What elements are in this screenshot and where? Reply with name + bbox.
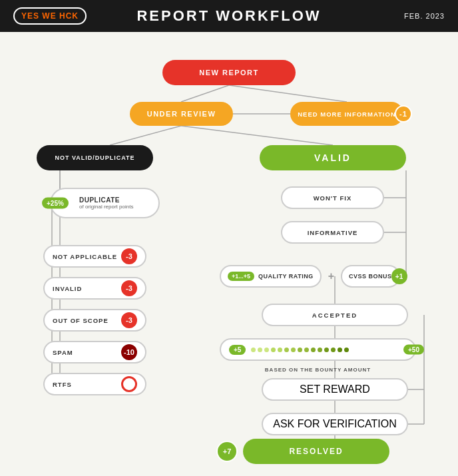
plus-separator: + bbox=[328, 270, 334, 282]
svg-line-2 bbox=[110, 126, 181, 145]
set-reward-node: SET REWARD bbox=[262, 378, 408, 401]
bounty-dot bbox=[258, 348, 262, 352]
logo-text: YES WE H bbox=[21, 11, 66, 21]
need-more-info-label: NEED MORE INFORMATION bbox=[298, 111, 396, 118]
duplicate-main-label: DUPLICATE bbox=[79, 196, 133, 204]
need-more-info-node: NEED MORE INFORMATION -1 bbox=[290, 102, 403, 126]
out-of-scope-node: OUT OF SCOPE -3 bbox=[43, 309, 146, 332]
set-reward-label: SET REWARD bbox=[300, 383, 370, 395]
out-of-scope-badge: -3 bbox=[121, 312, 137, 328]
bounty-dot bbox=[318, 348, 322, 352]
page-title: REPORT WORKFLOW bbox=[136, 7, 321, 25]
bounty-dot bbox=[324, 348, 329, 352]
informative-node: INFORMATIVE bbox=[281, 221, 384, 244]
header-date: FEB. 2023 bbox=[404, 12, 445, 20]
invalid-badge: -3 bbox=[121, 280, 137, 296]
bounty-dot bbox=[251, 348, 256, 352]
quality-badge: +1...+5 bbox=[228, 272, 254, 281]
cvss-bonus-node: CVSS BONUS +1 bbox=[341, 265, 400, 288]
bounty-dot bbox=[344, 348, 349, 352]
svg-line-0 bbox=[181, 85, 229, 102]
bounty-right-badge: +50 bbox=[403, 345, 424, 355]
bounty-dot bbox=[331, 348, 336, 352]
workflow-canvas: NEW REPORT UNDER REVIEW NEED MORE INFORM… bbox=[0, 32, 458, 476]
bounty-node: +5 +50 BASED ON THE BOUNTY AMOUNT bbox=[220, 338, 416, 374]
informative-label: INFORMATIVE bbox=[308, 229, 358, 236]
not-applicable-node: NOT APPLICABLE -3 bbox=[43, 245, 146, 268]
not-applicable-label: NOT APPLICABLE bbox=[53, 253, 117, 260]
rtfs-node: RTFS bbox=[43, 373, 146, 395]
not-valid-label: NOT VALID/DUPLICATE bbox=[55, 154, 134, 161]
bounty-group: +5 +50 bbox=[220, 338, 416, 361]
spam-badge: -10 bbox=[121, 344, 137, 360]
logo-hack: CK bbox=[66, 11, 79, 21]
ask-verify-node: ASK FOR VERIFICATION bbox=[262, 413, 408, 435]
bounty-text-label: BASED ON THE BOUNTY AMOUNT bbox=[265, 367, 371, 373]
svg-line-3 bbox=[181, 126, 333, 145]
duplicate-node-wrap: +25% DUPLICATE of original report points bbox=[50, 188, 160, 218]
need-more-badge: -1 bbox=[395, 105, 412, 122]
spam-node: SPAM -10 bbox=[43, 341, 146, 363]
duplicate-node: +25% DUPLICATE of original report points bbox=[50, 188, 160, 218]
bounty-dot bbox=[304, 348, 309, 352]
logo: YES WE HCK bbox=[13, 7, 87, 25]
quality-rating-node: +1...+5 QUALITY RATING bbox=[220, 265, 322, 288]
under-review-node: UNDER REVIEW bbox=[130, 102, 233, 126]
accepted-label: ACCEPTED bbox=[312, 312, 357, 319]
bounty-dot bbox=[298, 348, 302, 352]
resolved-container: +7 RESOLVED bbox=[216, 439, 389, 464]
quality-wrap: +1...+5 QUALITY RATING + CVSS BONUS +1 bbox=[220, 265, 400, 288]
out-of-scope-label: OUT OF SCOPE bbox=[53, 317, 109, 324]
bounty-dot bbox=[284, 348, 289, 352]
svg-line-1 bbox=[229, 85, 347, 102]
valid-label: VALID bbox=[314, 152, 351, 163]
bounty-dot bbox=[271, 348, 276, 352]
valid-node: VALID bbox=[260, 145, 406, 170]
spam-label: SPAM bbox=[53, 349, 73, 356]
under-review-label: UNDER REVIEW bbox=[147, 110, 216, 118]
rtfs-label: RTFS bbox=[53, 381, 72, 388]
bounty-dot bbox=[338, 348, 342, 352]
cvss-label: CVSS BONUS bbox=[349, 273, 392, 280]
rtfs-badge bbox=[121, 376, 137, 392]
invalid-node: INVALID -3 bbox=[43, 277, 146, 300]
bounty-left-badge: +5 bbox=[229, 345, 246, 355]
bounty-dot bbox=[291, 348, 296, 352]
resolved-node: RESOLVED bbox=[243, 439, 389, 464]
bounty-dot bbox=[311, 348, 316, 352]
invalid-label: INVALID bbox=[53, 285, 82, 292]
bounty-dot bbox=[278, 348, 282, 352]
bounty-dots bbox=[251, 348, 407, 352]
new-report-node: NEW REPORT bbox=[162, 60, 296, 85]
header: YES WE HCK REPORT WORKFLOW FEB. 2023 bbox=[0, 0, 458, 32]
wont-fix-label: WON'T FIX bbox=[314, 194, 352, 202]
cvss-badge: +1 bbox=[391, 268, 407, 284]
new-report-label: NEW REPORT bbox=[199, 69, 259, 77]
not-valid-node: NOT VALID/DUPLICATE bbox=[37, 145, 153, 170]
resolved-badge: +7 bbox=[216, 441, 238, 462]
duplicate-sub-label: of original report points bbox=[79, 204, 133, 210]
resolved-label: RESOLVED bbox=[289, 447, 343, 456]
bounty-dot bbox=[264, 348, 269, 352]
wont-fix-node: WON'T FIX bbox=[281, 186, 384, 209]
ask-verify-label: ASK FOR VERIFICATION bbox=[273, 418, 397, 430]
accepted-node: ACCEPTED bbox=[262, 304, 408, 326]
duplicate-badge: +25% bbox=[42, 198, 69, 209]
quality-label: QUALITY RATING bbox=[258, 273, 314, 280]
not-applicable-badge: -3 bbox=[121, 248, 137, 264]
